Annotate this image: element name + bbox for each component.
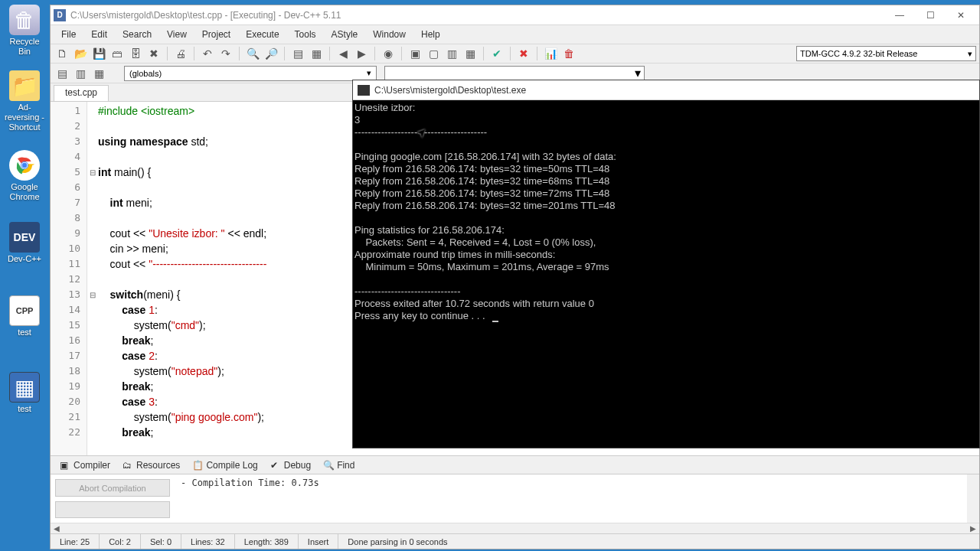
- cursor-icon: [492, 321, 498, 322]
- panel3-icon[interactable]: ▦: [90, 65, 107, 82]
- app-icon: D: [54, 9, 66, 21]
- abort-button[interactable]: Abort Compilation: [55, 479, 170, 497]
- shorten-button[interactable]: [55, 501, 170, 518]
- scroll-right-icon[interactable]: ▶: [970, 524, 976, 533]
- menu-project[interactable]: Project: [194, 28, 238, 41]
- saveas-icon[interactable]: 🗄: [127, 45, 144, 62]
- close-button[interactable]: ✕: [946, 7, 976, 24]
- globals-select[interactable]: (globals) ▾: [124, 66, 377, 81]
- chrome-icon: [9, 150, 40, 181]
- minimize-button[interactable]: —: [884, 7, 915, 24]
- globals-label: (globals): [129, 69, 162, 78]
- tab-compilelog[interactable]: 📋Compile Log: [186, 458, 263, 472]
- compile-icon[interactable]: ▣: [407, 45, 423, 62]
- find-tab-icon: 🔍: [323, 460, 334, 471]
- status-mode: Insert: [299, 534, 339, 549]
- menu-execute[interactable]: Execute: [238, 28, 286, 41]
- panel-icon[interactable]: ▤: [54, 65, 70, 82]
- menu-edit[interactable]: Edit: [83, 28, 115, 41]
- scrollbar[interactable]: [967, 474, 979, 523]
- window-title: C:\Users\mistergold\Desktop\test.cpp - […: [70, 10, 884, 21]
- status-length: Length: 389: [235, 534, 299, 549]
- desktop-icon-label: Google Chrome: [3, 182, 46, 202]
- open-icon[interactable]: 📂: [72, 45, 89, 62]
- trash-icon[interactable]: 🗑: [560, 45, 577, 62]
- desktop-icon-label: Recycle Bin: [3, 37, 46, 57]
- chevron-down-icon: ▾: [635, 66, 641, 80]
- replace-icon[interactable]: 🔎: [263, 45, 279, 62]
- debug-tab-icon: ✔: [270, 460, 281, 471]
- fold-column: ⊟⊟: [87, 102, 98, 455]
- goto-icon[interactable]: ▤: [289, 45, 306, 62]
- compilerun-icon[interactable]: ▥: [443, 45, 460, 62]
- back-icon[interactable]: ◀: [335, 45, 351, 62]
- desktop-icon-shortcut[interactable]: 📁 Ad-reversing - Shortcut: [3, 70, 46, 133]
- profile-icon[interactable]: 📊: [542, 45, 559, 62]
- desktop-icon-label: Ad-reversing - Shortcut: [3, 103, 46, 133]
- bottom-tabs: ▣Compiler 🗂Resources 📋Compile Log ✔Debug…: [51, 455, 979, 474]
- bookmark-icon[interactable]: ▦: [308, 45, 325, 62]
- cpp-file-icon: CPP: [9, 295, 40, 326]
- desktop-icon-exe[interactable]: ▦ test: [3, 372, 46, 414]
- tab-findresults[interactable]: 🔍Find: [317, 458, 361, 472]
- menu-help[interactable]: Help: [413, 28, 448, 41]
- console-titlebar[interactable]: C:\Users\mistergold\Desktop\test.exe: [353, 80, 979, 100]
- find-icon[interactable]: 🔍: [244, 45, 261, 62]
- desktop-icon-label: Dev-C++: [3, 254, 46, 264]
- status-lines: Lines: 32: [181, 534, 235, 549]
- rebuild-icon[interactable]: ▦: [462, 45, 479, 62]
- function-select[interactable]: ▾: [384, 66, 645, 81]
- devcpp-icon: DEV: [9, 222, 40, 253]
- recycle-bin-icon: 🗑: [9, 5, 40, 35]
- menu-astyle[interactable]: AStyle: [324, 28, 366, 41]
- compiler-select[interactable]: TDM-GCC 4.9.2 32-bit Release ▾: [796, 46, 976, 61]
- line-gutter: 12345678910111213141516171819202122: [51, 102, 87, 455]
- tab-testcpp[interactable]: test.cpp: [54, 85, 109, 101]
- console-output[interactable]: Unesite izbor: 3 -----------------------…: [353, 100, 979, 448]
- undo-icon[interactable]: ↶: [199, 45, 216, 62]
- desktop-icon-label: test: [3, 404, 46, 414]
- check-icon[interactable]: ✔: [488, 45, 505, 62]
- desktop-icon-cpp[interactable]: CPP test: [3, 295, 46, 337]
- resources-tab-icon: 🗂: [122, 460, 133, 471]
- panel2-icon[interactable]: ▥: [72, 65, 89, 82]
- new-icon[interactable]: 🗋: [54, 45, 70, 62]
- run-icon[interactable]: ▢: [425, 45, 442, 62]
- console-window: C:\Users\mistergold\Desktop\test.exe Une…: [352, 80, 980, 448]
- console-icon: [358, 85, 370, 96]
- titlebar[interactable]: D C:\Users\mistergold\Desktop\test.cpp -…: [51, 5, 979, 25]
- compiler-output-panel: Abort Compilation - Compilation Time: 0.…: [51, 474, 979, 523]
- maximize-button[interactable]: ☐: [915, 7, 946, 24]
- fwd-icon[interactable]: ▶: [353, 45, 370, 62]
- tab-resources[interactable]: 🗂Resources: [116, 458, 186, 472]
- svg-point-3: [22, 163, 27, 168]
- desktop-icon-devcpp[interactable]: DEV Dev-C++: [3, 222, 46, 264]
- close-file-icon[interactable]: ✖: [145, 45, 162, 62]
- desktop-icon-chrome[interactable]: Google Chrome: [3, 150, 46, 202]
- exe-file-icon: ▦: [9, 372, 40, 403]
- scroll-left-icon[interactable]: ◀: [54, 524, 60, 533]
- menu-window[interactable]: Window: [365, 28, 413, 41]
- redo-icon[interactable]: ↷: [217, 45, 234, 62]
- menu-tools[interactable]: Tools: [287, 28, 324, 41]
- menu-search[interactable]: Search: [115, 28, 159, 41]
- stop-icon[interactable]: ✖: [515, 45, 532, 62]
- console-title: C:\Users\mistergold\Desktop\test.exe: [374, 85, 526, 96]
- tab-debug[interactable]: ✔Debug: [264, 458, 317, 472]
- status-col: Col: 2: [100, 534, 141, 549]
- menu-view[interactable]: View: [159, 28, 194, 41]
- main-toolbar: 🗋 📂 💾 🗃 🗄 ✖ 🖨 ↶ ↷ 🔍 🔎 ▤ ▦ ◀ ▶ ◉ ▣ ▢ ▥ ▦ …: [51, 44, 979, 64]
- status-sel: Sel: 0: [141, 534, 181, 549]
- log-tab-icon: 📋: [192, 460, 203, 471]
- desktop-icon-label: test: [3, 328, 46, 337]
- tab-compiler[interactable]: ▣Compiler: [54, 458, 116, 472]
- print-icon[interactable]: 🖨: [172, 45, 189, 62]
- save-icon[interactable]: 💾: [90, 45, 107, 62]
- menu-file[interactable]: File: [54, 28, 83, 41]
- chevron-down-icon: ▾: [968, 49, 972, 59]
- desktop-icon-recycle[interactable]: 🗑 Recycle Bin: [3, 5, 46, 57]
- saveall-icon[interactable]: 🗃: [109, 45, 126, 62]
- statusbar: Line: 25 Col: 2 Sel: 0 Lines: 32 Length:…: [51, 533, 979, 549]
- compiler-select-label: TDM-GCC 4.9.2 32-bit Release: [800, 49, 917, 58]
- debug-icon[interactable]: ◉: [380, 45, 397, 62]
